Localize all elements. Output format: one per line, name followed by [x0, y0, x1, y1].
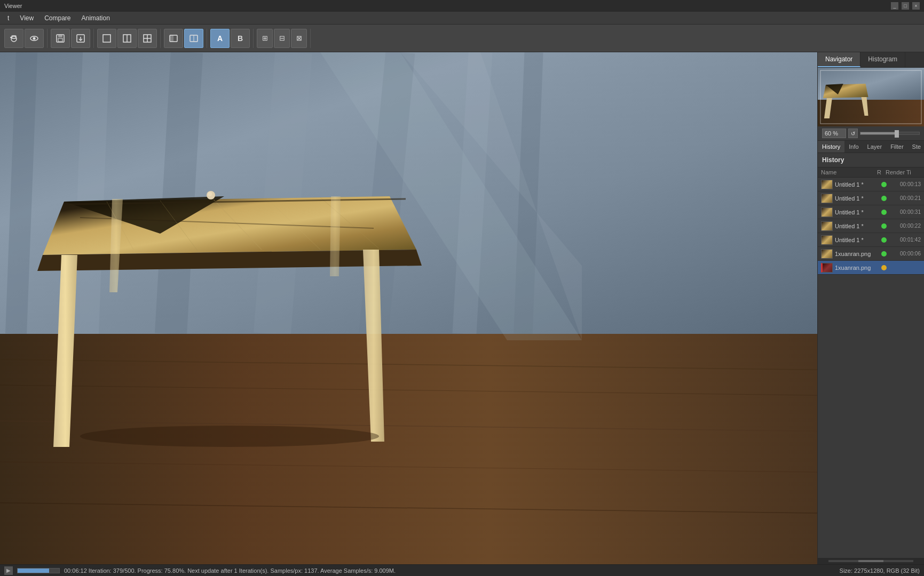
svg-rect-17: [170, 35, 173, 42]
panel-tabs: Navigator Histogram: [818, 52, 924, 68]
history-row-7[interactable]: 1xuanran.png: [818, 261, 924, 275]
history-name-3: Untitled 1 *: [835, 209, 879, 215]
history-name-5: Untitled 1 *: [835, 237, 879, 243]
svg-line-22: [85, 52, 96, 334]
minimize-button[interactable]: _: [891, 2, 898, 10]
menu-item-view[interactable]: View: [14, 13, 39, 23]
frame-quad-button[interactable]: [138, 29, 157, 48]
tab-navigator[interactable]: Navigator: [818, 52, 860, 67]
zoom-control: 60 % ↺: [818, 126, 924, 141]
status-text: 00:06:12 Iteration: 379/500. Progress: 7…: [64, 567, 835, 574]
svg-point-4: [33, 37, 36, 39]
zoom-slider[interactable]: [860, 132, 920, 135]
mono-button[interactable]: [164, 29, 183, 48]
maximize-button[interactable]: □: [902, 2, 909, 10]
history-dot-4: [881, 223, 887, 229]
history-time-4: 00:00:22: [889, 223, 921, 229]
toolbar-group-frames: [97, 29, 161, 48]
status-right-text: Size: 2275x1280, RGB (32 Bit): [840, 567, 920, 574]
tab-histogram[interactable]: Histogram: [860, 52, 905, 67]
history-header: Name R Render Ti: [818, 167, 924, 178]
history-name-7: 1xuanran.png: [835, 265, 879, 271]
statusbar: ▶ 00:06:12 Iteration: 379/500. Progress:…: [0, 564, 924, 576]
col-name-header: Name: [821, 169, 875, 175]
history-time-2: 00:00:21: [889, 195, 921, 201]
col-r-header: R: [875, 169, 883, 175]
frame-single-button[interactable]: [97, 29, 116, 48]
status-progress-bar: [17, 568, 60, 573]
close-button[interactable]: ×: [912, 2, 920, 10]
history-row-2[interactable]: Untitled 1 * 00:00:21: [818, 191, 924, 205]
svg-rect-7: [58, 38, 62, 42]
menu-item-compare[interactable]: Compare: [39, 13, 76, 23]
svg-line-24: [272, 52, 294, 334]
toolbar-group-stereo: [164, 29, 207, 48]
menu-item-t[interactable]: t: [2, 13, 14, 23]
render-viewport[interactable]: [0, 52, 817, 564]
sub-tab-history[interactable]: History: [818, 141, 844, 153]
toolbar-group-save: [51, 29, 94, 48]
sub-tab-info[interactable]: Info: [844, 141, 863, 153]
toolbar: A B ⊞ ⊟ ⊠: [0, 25, 924, 52]
history-thumb-6: [821, 249, 833, 259]
history-thumb-3: [821, 207, 833, 217]
zoom-fit-button[interactable]: ⊞: [257, 29, 273, 48]
status-progress-fill: [18, 569, 49, 573]
history-time-6: 00:00:06: [889, 251, 921, 257]
main-content: Navigator Histogram: [0, 52, 924, 564]
history-dot-3: [881, 210, 887, 215]
eye-button[interactable]: [25, 29, 44, 48]
right-panel-scrollbar[interactable]: [818, 558, 924, 564]
history-time-5: 00:01:42: [889, 237, 921, 243]
history-time-3: 00:00:31: [889, 209, 921, 215]
zoom-input[interactable]: 60 %: [822, 129, 846, 138]
sub-tab-ste[interactable]: Ste: [908, 141, 924, 153]
history-thumb-2: [821, 194, 833, 203]
window-controls: _ □ ×: [891, 2, 920, 10]
svg-line-21: [16, 52, 27, 334]
zoom-in-button[interactable]: ⊟: [274, 29, 290, 48]
stereo-button[interactable]: [184, 29, 203, 48]
toolbar-group-zoom-tools: ⊞ ⊟ ⊠: [257, 29, 311, 48]
history-time-1: 00:00:13: [889, 181, 921, 187]
svg-rect-6: [58, 35, 62, 37]
app-title: Viewer: [4, 3, 22, 9]
svg-marker-47: [330, 196, 341, 276]
history-row-1[interactable]: Untitled 1 * 00:00:13: [818, 178, 924, 191]
history-row-4[interactable]: Untitled 1 * 00:00:22: [818, 219, 924, 233]
history-thumb-7: [821, 263, 833, 273]
toolbar-group-camera: [4, 29, 48, 48]
camera-button[interactable]: [4, 29, 23, 48]
svg-rect-10: [103, 35, 110, 42]
frame-split-button[interactable]: [117, 29, 137, 48]
history-row-5[interactable]: Untitled 1 * 00:01:42: [818, 233, 924, 247]
svg-point-49: [208, 192, 212, 196]
history-row-6[interactable]: 1xuanran.png 00:00:06: [818, 247, 924, 261]
history-thumb-4: [821, 221, 833, 231]
zoom-out-button[interactable]: ⊠: [291, 29, 307, 48]
status-indicator: ▶: [4, 566, 13, 575]
history-name-2: Untitled 1 *: [835, 195, 879, 202]
navigator-thumbnail: [818, 68, 924, 126]
svg-line-23: [171, 52, 187, 334]
history-row-3[interactable]: Untitled 1 * 00:00:31: [818, 205, 924, 219]
menu-item-animation[interactable]: Animation: [76, 13, 115, 23]
menubar: t View Compare Animation: [0, 12, 924, 25]
right-panel: Navigator Histogram: [817, 52, 924, 564]
sub-panel-tabs: History Info Layer Filter Ste: [818, 141, 924, 153]
history-title: History: [818, 153, 924, 167]
btn-a[interactable]: A: [210, 29, 230, 48]
render-canvas: [0, 52, 817, 564]
history-name-6: 1xuanran.png: [835, 251, 879, 257]
zoom-reset-button[interactable]: ↺: [848, 129, 858, 138]
col-time-header: Render Ti: [883, 169, 921, 175]
history-rows: Untitled 1 * 00:00:13 Untitled 1 * 00:00…: [818, 178, 924, 275]
history-dot-6: [881, 251, 887, 257]
export-button[interactable]: [71, 29, 90, 48]
history-dot-2: [881, 196, 887, 201]
btn-b[interactable]: B: [231, 29, 250, 48]
navigator-preview: [818, 68, 924, 126]
save-button[interactable]: [51, 29, 70, 48]
sub-tab-filter[interactable]: Filter: [886, 141, 907, 153]
sub-tab-layer[interactable]: Layer: [863, 141, 887, 153]
